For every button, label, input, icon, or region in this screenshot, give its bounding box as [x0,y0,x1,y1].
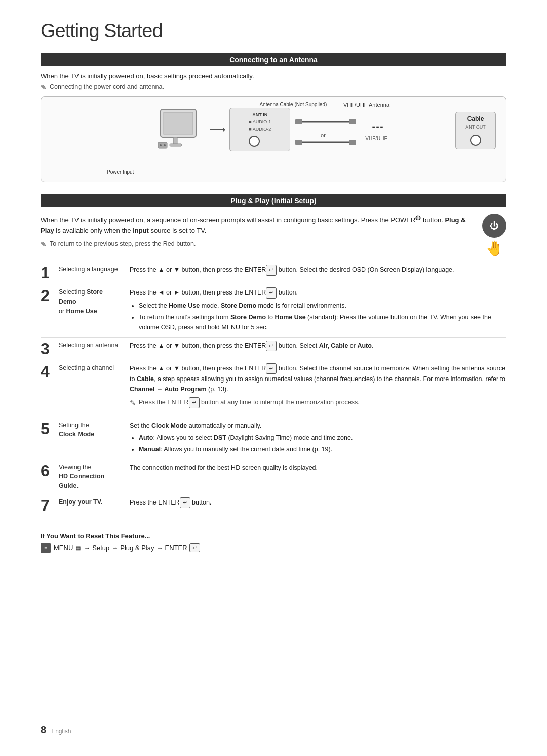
arrow-connector [210,124,225,135]
antenna-diagram: VHF/UHF Antenna Antenna Cable (Not Suppl… [41,96,506,182]
enter-icon-4: ↵ [266,363,277,374]
setup-text: Setup [92,544,109,552]
svg-point-5 [160,144,162,146]
reset-path: ≡ MENU ▦ → Setup → Plug & Play → ENTER ↵ [41,543,506,553]
menu-text: MENU [54,544,73,552]
antenna-wavy-icon: 𝌀 [371,118,382,135]
step-row-5: 5 Setting theClock Mode Set the Clock Mo… [41,417,506,459]
section-plug-play: Plug & Play (Initial Setup) ⏻ 🤚 When the… [41,194,506,517]
step-desc-6: The connection method for the best HD sc… [130,459,506,494]
menu-grid-icon: ▦ [76,545,81,551]
menu-icon: ≡ [41,543,51,553]
arrow-3: → [156,544,163,552]
plug-play-bold: Plug & Play [41,216,466,234]
step-label-3: Selecting an antenna [59,337,130,360]
step-5-bullet-1: Auto: Allows you to select DST (Daylight… [139,433,506,443]
tv-illustration [155,107,206,152]
step-num-7: 7 [41,494,59,517]
power-label: Power Input [107,169,134,175]
svg-rect-4 [158,142,167,148]
tv-svg [155,107,206,152]
arrow-2: → [111,544,118,552]
step-label-7: Enjoy your TV. [59,494,130,517]
enter-icon-2: ↵ [266,287,277,299]
step-num-6: 6 [41,459,59,494]
step-desc-1: Press the ▲ or ▼ button, then press the … [130,262,506,284]
enter-icon-3: ↵ [266,341,277,352]
cable-area: or [295,114,356,145]
step-desc-2: Press the ◄ or ► button, then press the … [130,284,506,338]
step-5-bullets: Auto: Allows you to select DST (Daylight… [139,433,506,454]
input-bold: Input [133,227,149,234]
antenna-symbol-area: 𝌀 VHF/UHF [365,118,387,141]
step-row-3: 3 Selecting an antenna Press the ▲ or ▼ … [41,337,506,360]
reset-section: If You Want to Reset This Feature... ≡ M… [41,526,506,553]
page-number: 8 [41,724,46,736]
step-row-2: 2 Selecting Store Demoor Home Use Press … [41,284,506,338]
step-label-5: Setting theClock Mode [59,417,130,459]
svg-rect-2 [173,137,177,144]
step-desc-4: Press the ▲ or ▼ button, then press the … [130,360,506,417]
cable-box: Cable ANT OUT [455,112,496,149]
svg-rect-14 [295,140,302,145]
step-5-bullet-2: Manual: Allows you to manually set the c… [139,444,506,454]
ant-out-label: ANT OUT [465,124,485,130]
plug-play-intro-text: When the TV is initially powered on, a s… [41,214,506,236]
step-label-4: Selecting a channel [59,360,130,417]
svg-rect-15 [349,140,356,145]
svg-rect-10 [295,119,302,124]
step-2-bullet-1: Select the Home Use mode. Store Demo mod… [139,301,506,311]
svg-rect-11 [349,119,356,124]
step-num-5: 5 [41,417,59,459]
antenna-diagram-inner: ANT IN ■ AUDIO-1 ■ AUDIO-2 [56,107,491,152]
step-desc-3: Press the ▲ or ▼ button, then press the … [130,337,506,360]
svg-rect-3 [170,144,182,146]
step-desc-5: Set the Clock Mode automatically or manu… [130,417,506,459]
antenna-intro: When the TV is initially powered on, bas… [41,72,506,80]
step-row-1: 1 Selecting a language Press the ▲ or ▼ … [41,262,506,284]
step-row-4: 4 Selecting a channel Press the ▲ or ▼ b… [41,360,506,417]
step-2-bullets: Select the Home Use mode. Store Demo mod… [139,301,506,332]
step-label-1: Selecting a language [59,262,130,284]
plug-play-intro-area: ⏻ 🤚 When the TV is initially powered on,… [41,214,506,248]
page-title: Getting Started [41,20,506,42]
svg-marker-8 [223,127,225,132]
enter-icon-reset: ↵ [189,543,200,552]
enter-icon-4b: ↵ [189,397,200,408]
svg-rect-1 [164,112,193,134]
hand-icon: 🤚 [486,240,503,257]
enter-text: ENTER [165,544,187,552]
step-row-6: 6 Viewing theHD Connection Guide. The co… [41,459,506,494]
section-antenna: Connecting to an Antenna When the TV is … [41,53,506,182]
step-label-6: Viewing theHD Connection Guide. [59,459,130,494]
vhf-label: VHF/UHF Antenna [343,102,389,108]
ant-in-box: ANT IN ■ AUDIO-1 ■ AUDIO-2 [229,108,290,151]
cable-label-text: Cable [467,115,484,122]
step-row-7: 7 Enjoy your TV. Press the ENTER↵ button… [41,494,506,517]
ant-in-label: ANT IN [252,112,267,117]
step-4-note: Press the ENTER↵ button at any time to i… [130,397,506,408]
step-label-2: Selecting Store Demoor Home Use [59,284,130,338]
antenna-note: Connecting the power cord and antenna. [41,83,506,91]
power-icon-area: ⏻ 🤚 [482,214,506,257]
ant-out-port [470,135,481,146]
cable-svg: or [295,114,356,145]
enter-icon-7: ↵ [180,497,190,509]
step-num-4: 4 [41,360,59,417]
steps-table: 1 Selecting a language Press the ▲ or ▼ … [41,262,506,517]
reset-title: If You Want to Reset This Feature... [41,532,506,540]
power-super: ⏻ [415,215,421,221]
step-desc-7: Press the ENTER↵ button. [130,494,506,517]
page-footer: 8 English [41,724,71,736]
enter-icon-1: ↵ [266,265,277,276]
svg-text:or: or [321,132,326,138]
svg-point-6 [164,144,166,146]
ant-port-circle [249,136,260,147]
antenna-cable-label: Antenna Cable (Not Supplied) [259,102,327,107]
section-antenna-header: Connecting to an Antenna [41,53,506,66]
step-num-1: 1 [41,262,59,284]
step-2-bullet-2: To return the unit's settings from Store… [139,312,506,332]
section-plug-play-header: Plug & Play (Initial Setup) [41,194,506,207]
arrow-1: → [84,544,90,552]
plug-play-note: To return to the previous step, press th… [41,240,474,248]
